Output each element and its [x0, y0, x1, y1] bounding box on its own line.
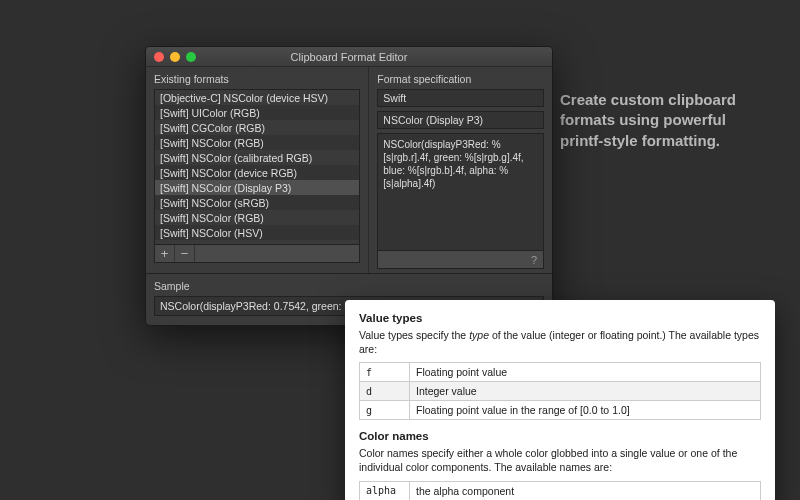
format-spec-label: Format specification [377, 73, 544, 85]
format-name-field[interactable]: NSColor (Display P3) [377, 111, 544, 129]
help-icon[interactable]: ? [525, 254, 543, 266]
existing-formats-label: Existing formats [154, 73, 360, 85]
color-names-table: alphathe alpha componentrgb.rthe Red col… [359, 481, 761, 500]
table-row: alphathe alpha component [360, 481, 761, 500]
help-popup: Value types Value types specify the type… [345, 300, 775, 500]
value-types-heading: Value types [359, 312, 761, 324]
format-list-item[interactable]: [Swift] CGColor (RGB) [155, 120, 359, 135]
language-field[interactable]: Swift [377, 89, 544, 107]
format-list-item[interactable]: [Swift] NSColor (RGB) [155, 135, 359, 150]
table-row: gFloating point value in the range of [0… [360, 401, 761, 420]
color-names-intro: Color names specify either a whole color… [359, 447, 761, 474]
remove-format-button[interactable]: − [175, 245, 195, 262]
window-title: Clipboard Format Editor [146, 51, 552, 63]
format-list-item[interactable]: [Swift] NSColor (calibrated RGB) [155, 150, 359, 165]
value-types-intro: Value types specify the type of the valu… [359, 329, 761, 356]
format-list-item[interactable]: [Objective-C] NSColor (device HSV) [155, 90, 359, 105]
marketing-blurb: Create custom clipboard formats using po… [560, 90, 760, 151]
existing-formats-list[interactable]: [Objective-C] NSColor (device HSV)[Swift… [154, 89, 360, 245]
format-list-item[interactable]: [Swift] NSColor (sRGB) [155, 195, 359, 210]
table-row: dInteger value [360, 382, 761, 401]
format-list-item[interactable]: [Swift] UIColor (RGB) [155, 105, 359, 120]
format-list-item[interactable]: [Swift] NSColor (RGB) [155, 210, 359, 225]
format-spec-textarea[interactable]: NSColor(displayP3Red: %[s|rgb.r].4f, gre… [377, 133, 544, 251]
format-list-item[interactable]: [Swift] NSColor (Display P3) [155, 180, 359, 195]
format-list-item[interactable]: [Swift] NSColor (HSV) [155, 225, 359, 240]
titlebar[interactable]: Clipboard Format Editor [146, 47, 552, 67]
editor-window: Clipboard Format Editor Existing formats… [145, 46, 553, 326]
add-format-button[interactable]: + [155, 245, 175, 262]
table-row: fFloating point value [360, 363, 761, 382]
value-types-table: fFloating point valuedInteger valuegFloa… [359, 362, 761, 420]
zoom-icon[interactable] [186, 52, 196, 62]
close-icon[interactable] [154, 52, 164, 62]
minimize-icon[interactable] [170, 52, 180, 62]
sample-label: Sample [154, 280, 544, 292]
format-list-item[interactable]: [Swift] NSColor (device RGB) [155, 165, 359, 180]
color-names-heading: Color names [359, 430, 761, 442]
